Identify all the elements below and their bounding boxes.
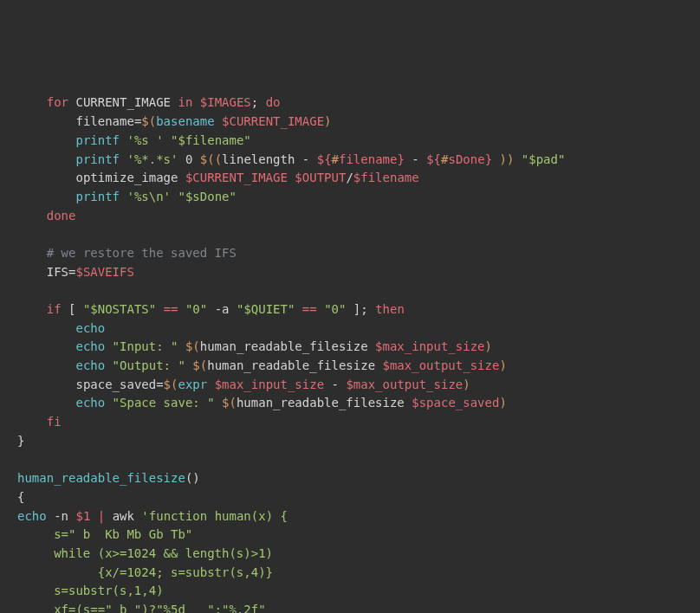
code-line: for CURRENT_IMAGE in $IMAGES; do	[17, 95, 281, 109]
code-line: {	[17, 490, 24, 504]
code-line	[17, 283, 39, 297]
code-line: fi	[17, 415, 62, 429]
code-line: # we restore the saved IFS	[17, 246, 237, 260]
code-line: s=" b Kb Mb Gb Tb"	[17, 527, 192, 541]
code-line: IFS=$SAVEIFS	[17, 265, 134, 279]
code-line: {x/=1024; s=substr(s,4)}	[17, 565, 273, 579]
code-line: printf '%*.*s' 0 $((linelength - ${#file…	[17, 152, 565, 166]
code-line: echo "Space save: " $(human_readable_fil…	[17, 396, 507, 410]
code-line: filename=$(basename $CURRENT_IMAGE)	[17, 114, 332, 128]
code-line: optimize_image $CURRENT_IMAGE $OUTPUT/$f…	[17, 171, 419, 184]
code-line: space_saved=$(expr $max_input_size - $ma…	[17, 377, 470, 391]
code-line: }	[17, 434, 24, 448]
code-line: done	[17, 209, 75, 223]
code-line: printf '%s ' "$filename"	[17, 133, 251, 147]
code-editor: for CURRENT_IMAGE in $IMAGES; do filenam…	[0, 75, 700, 613]
code-line: human_readable_filesize()	[17, 471, 200, 485]
code-line: s=substr(s,1,4)	[17, 584, 164, 597]
code-line: if [ "$NOSTATS" == "0" -a "$QUIET" == "0…	[17, 302, 405, 316]
code-line: echo -n $1 | awk 'function human(x) {	[17, 509, 288, 523]
code-line: printf '%s\n' "$sDone"	[17, 190, 237, 203]
code-line	[17, 227, 39, 241]
code-line: echo	[17, 321, 105, 335]
code-line: echo "Output: " $(human_readable_filesiz…	[17, 358, 507, 372]
code-line: xf=(s==" b ")?"%5d ":"%.2f"	[17, 603, 266, 613]
code-line: echo "Input: " $(human_readable_filesize…	[17, 339, 492, 353]
code-line: while (x>=1024 && length(s)>1)	[17, 546, 273, 560]
